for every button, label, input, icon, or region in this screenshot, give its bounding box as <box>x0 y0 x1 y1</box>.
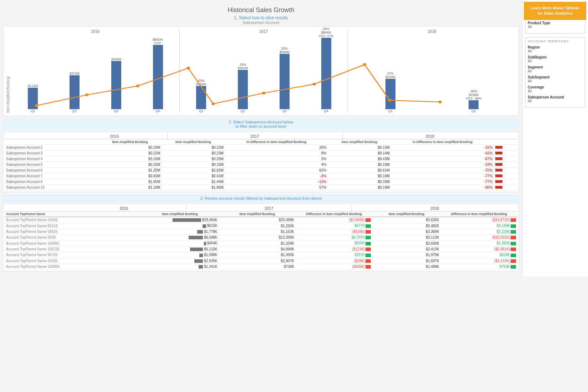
salesperson-row[interactable]: Salesperson Account 8 $1.65M $1.44M -13%… <box>5 179 517 185</box>
acc-val-2016: $615K <box>141 223 219 229</box>
acc-val-2016: $1,241K <box>141 264 219 269</box>
salesperson-row[interactable]: Salesperson Account 4 $3.16M $3.25M 3% $… <box>5 156 517 162</box>
account-row[interactable]: Account TopParent Name 100958 $1,241K $7… <box>5 264 517 269</box>
salesperson-row[interactable]: Salesperson Account 5 $0.15M $0.15M 4% $… <box>5 162 517 168</box>
sp-val-2017: $0.41M <box>162 173 225 179</box>
acc-col-name: Account TopParent Name <box>5 212 141 217</box>
sp-pct-2017: -3% <box>225 173 328 179</box>
acc-diff-2017: $677K <box>296 223 372 229</box>
acc-val-2017: $4,994K <box>219 246 296 252</box>
acc-diff-2018: ($10,282K) <box>441 235 517 240</box>
acc-name: Account TopParent Name 100981 <box>5 240 141 246</box>
sp-name: Salesperson Account 4 <box>5 156 98 162</box>
account-row[interactable]: Account TopParent Name 58925 $1,778K $1,… <box>5 229 517 234</box>
sp-bar-2018 <box>494 168 517 173</box>
acc-val-2016: $1,778K <box>141 229 219 234</box>
acc-val-2018: $5,482K <box>372 223 440 229</box>
sp-year-2017: 2017 <box>168 133 343 139</box>
sp-name: Salesperson Account 8 <box>5 179 98 185</box>
sp-pct-2018: -70% <box>391 168 494 173</box>
sp-val-2016: $0.43M <box>98 173 162 179</box>
sp-name: Salesperson Account 7 <box>5 173 98 179</box>
acc-val-2018: $1,489K <box>372 264 440 269</box>
account-row[interactable]: Account TopParent Name 41669 $29,464K $2… <box>5 217 517 223</box>
acc-val-2018: $1,697K <box>372 258 440 264</box>
acc-val-2017: $1,163K <box>219 229 296 234</box>
account-row[interactable]: Account TopParent Name 85218 $615K $1,29… <box>5 223 517 229</box>
acc-diff-2017: $257K <box>296 252 372 258</box>
sp-bar-2018 <box>494 162 517 168</box>
sp-col-pct-2017: % Difference in Item Amplified Booking <box>225 139 328 145</box>
product-type-field: Product Type All <box>528 21 583 29</box>
sp-pct-2018: -42% <box>391 151 494 156</box>
acc-val-2017: $1,355K <box>219 252 296 258</box>
acc-name: Account TopParent Name 58925 <box>5 229 141 234</box>
step2-header: 2. Select Salesperson Account below to f… <box>3 118 519 130</box>
acc-val-2016: $6,598K <box>141 235 219 240</box>
sp-val-2018: $0.43M <box>328 156 391 162</box>
sp-name: Salesperson Account 5 <box>5 162 98 168</box>
acc-col-booking-2016: Item Amplified Booking <box>141 212 219 217</box>
acc-name: Account TopParent Name 85218 <box>5 223 141 229</box>
account-row[interactable]: Account TopParent Name 94703 $1,098K $1,… <box>5 252 517 258</box>
year-2016: 2016 <box>11 29 180 34</box>
sp-val-2018: $0.10M <box>328 173 391 179</box>
acc-diff-2017: $935K <box>296 240 372 246</box>
sp-val-2016: $0.22M <box>98 151 162 156</box>
sp-bar-2018 <box>494 151 517 156</box>
sp-val-2017: $2.02M <box>162 168 225 173</box>
account-row[interactable]: Account TopParent Name 41655 $2,935K $2,… <box>5 258 517 264</box>
sp-val-2016: $0.15M <box>98 162 162 168</box>
acc-diff-2017: ($121K) <box>296 246 372 252</box>
sp-name: Salesperson Account 3 <box>5 151 98 156</box>
salesperson-row[interactable]: Salesperson Account 7 $0.43M $0.41M -3% … <box>5 173 517 179</box>
acc-name: Account TopParent Name 5049 <box>5 235 141 240</box>
salesperson-table-section: 2016 2017 2018 Item Amplified Booking It… <box>3 132 519 192</box>
sp-col-booking-2016: Item Amplified Booking <box>98 139 162 145</box>
salesperson-account-field: Salesperson Account All <box>528 95 583 103</box>
sp-col-pct-2018: % Difference in Item Amplified Booking <box>391 139 494 145</box>
acc-name: Account TopParent Name 100958 <box>5 264 141 269</box>
sp-pct-2018: -90% <box>391 185 494 190</box>
acc-diff-2018: ($19,872K) <box>441 217 517 223</box>
sp-year-2016: 2016 <box>62 133 168 139</box>
sp-bar-2018 <box>494 173 517 179</box>
acc-val-2016: $29,464K <box>141 217 219 223</box>
sp-bar-2018 <box>494 145 517 151</box>
sp-name: Salesperson Account 2 <box>5 145 98 151</box>
cta-button[interactable]: Learn More About Tableau for Sales Analy… <box>524 2 586 20</box>
acc-year-2016: 2016 <box>62 205 186 211</box>
account-row[interactable]: Account TopParent Name 105726 $5,115K $4… <box>5 246 517 252</box>
acc-diff-2018: $624K <box>441 252 517 258</box>
acc-name: Account TopParent Name 41669 <box>5 217 141 223</box>
account-row[interactable]: Account TopParent Name 5049 $6,598K $13,… <box>5 235 517 240</box>
acc-col-diff2-2017: Difference in Item Amplified Booking <box>296 212 372 217</box>
salesperson-row[interactable]: Salesperson Account 10 $1.19M $1.86M 57%… <box>5 185 517 190</box>
acc-val-2017: $25,499K <box>219 217 296 223</box>
sp-val-2017: $1.86M <box>162 185 225 190</box>
sp-val-2018: $0.14M <box>328 151 391 156</box>
salesperson-row[interactable]: Salesperson Account 6 $1.25M $2.02M 62% … <box>5 168 517 173</box>
sp-val-2016: $0.19M <box>98 145 162 151</box>
sp-val-2017: $1.44M <box>162 179 225 185</box>
acc-diff-2017: $6,797K <box>296 235 372 240</box>
step1-sub: Salesperson Account <box>3 20 519 25</box>
sp-pct-2017: 3% <box>225 156 328 162</box>
sp-bar-2018 <box>494 156 517 162</box>
step3-header: 3. Review account results filtered by Sa… <box>3 194 519 202</box>
salesperson-row[interactable]: Salesperson Account 2 $0.19M $0.22M 20% … <box>5 145 517 151</box>
acc-val-2017: $1,292K <box>219 223 296 229</box>
account-row[interactable]: Account TopParent Name 100981 $404K $1,3… <box>5 240 517 246</box>
step1-label[interactable]: 1. Select how to slice results <box>3 15 519 20</box>
acc-val-2018: $5,626K <box>372 217 440 223</box>
acc-val-2016: $404K <box>141 240 219 246</box>
acc-diff-2017: ($28K) <box>296 258 372 264</box>
acc-diff-2017: ($505K) <box>296 264 372 269</box>
sp-pct-2018: -33% <box>391 162 494 168</box>
sp-val-2017: $0.15M <box>162 162 225 168</box>
salesperson-row[interactable]: Salesperson Account 3 $0.22M $0.23M 8% $… <box>5 151 517 156</box>
sp-name: Salesperson Account 10 <box>5 185 98 190</box>
acc-col-diff-2017: Item Amplified Booking <box>219 212 296 217</box>
salesperson-table: Item Amplified Booking Item Amplified Bo… <box>5 139 517 190</box>
segment-field: Segment All <box>528 65 583 73</box>
